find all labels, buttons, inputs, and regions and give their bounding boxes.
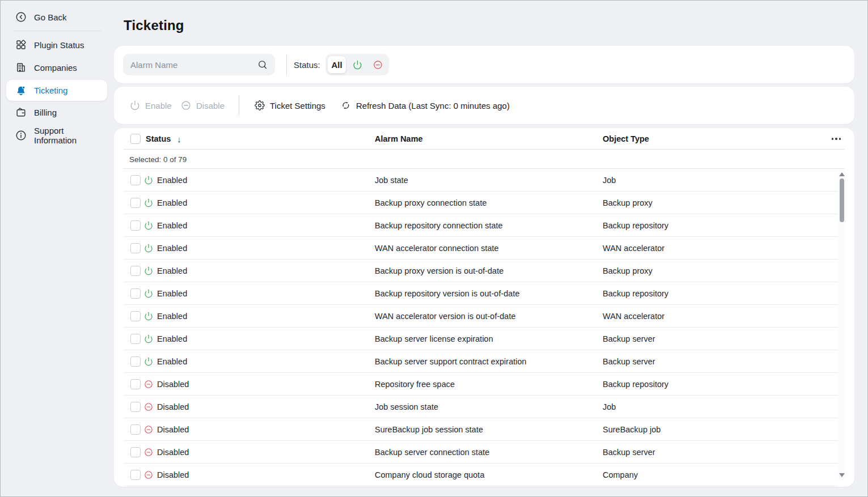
enabled-power-icon <box>144 334 153 343</box>
table-row[interactable]: Enabled Backup repository version is out… <box>114 282 854 305</box>
table-row[interactable]: Enabled Backup repository connection sta… <box>114 214 854 237</box>
object-type-cell: Backup server <box>603 350 655 373</box>
status-filter-all[interactable]: All <box>327 56 346 74</box>
status-cell: Enabled <box>157 192 187 214</box>
search-icon[interactable] <box>257 60 268 70</box>
enable-button-label: Enable <box>145 101 172 111</box>
table-row[interactable]: Disabled Job session state Job <box>114 396 854 418</box>
sidebar-item-label: Companies <box>34 63 77 73</box>
table-row[interactable]: Enabled Backup proxy connection state Ba… <box>114 192 854 214</box>
sort-descending-icon[interactable]: ↓ <box>177 134 181 144</box>
status-cell: Enabled <box>157 237 187 260</box>
sidebar-item-label: Billing <box>34 108 57 117</box>
status-cell: Enabled <box>157 169 187 192</box>
scrollbar-thumb[interactable] <box>840 179 844 222</box>
table-row[interactable]: Enabled Backup server license expiration… <box>114 328 854 350</box>
object-type-cell: Job <box>603 169 616 192</box>
status-cell: Disabled <box>157 373 189 396</box>
alarm-name-cell: Company cloud storage quota <box>375 464 484 486</box>
row-checkbox[interactable] <box>130 288 141 299</box>
selection-summary: Selected: 0 of 79 <box>114 150 854 169</box>
scroll-down-arrow-icon[interactable] <box>839 473 845 477</box>
filter-divider <box>286 54 287 75</box>
alarm-name-cell: Backup server connection state <box>375 441 489 464</box>
table-row[interactable]: Enabled Backup proxy version is out-of-d… <box>114 260 854 282</box>
scroll-up-arrow-icon[interactable] <box>839 172 845 176</box>
alarm-name-cell: Backup repository version is out-of-date <box>375 282 520 305</box>
alarm-name-cell: Repository free space <box>375 373 455 396</box>
ticket-settings-button[interactable]: Ticket Settings <box>255 87 325 124</box>
row-checkbox[interactable] <box>130 356 141 367</box>
object-type-cell: Job <box>603 396 616 418</box>
alarm-name-cell: Backup repository connection state <box>375 214 503 237</box>
row-checkbox[interactable] <box>130 379 141 389</box>
more-options-icon[interactable] <box>832 128 841 150</box>
status-cell: Enabled <box>157 350 187 373</box>
object-type-cell: WAN accelerator <box>603 237 664 260</box>
status-filter-disabled[interactable] <box>368 56 387 74</box>
status-cell: Enabled <box>157 328 187 350</box>
sidebar-item-companies[interactable]: Companies <box>6 57 107 78</box>
alarm-name-cell: Job session state <box>375 396 438 418</box>
column-header-object-type[interactable]: Object Type <box>603 128 649 150</box>
row-checkbox[interactable] <box>130 470 141 480</box>
table-row[interactable]: Enabled Job state Job <box>114 169 854 192</box>
row-checkbox[interactable] <box>130 424 141 435</box>
select-all-checkbox[interactable] <box>130 134 141 144</box>
table-header: Status ↓ Alarm Name Object Type <box>114 128 854 150</box>
column-header-alarm-name[interactable]: Alarm Name <box>375 128 423 150</box>
alarm-name-cell: Backup server support contract expiratio… <box>375 350 527 373</box>
object-type-cell: Backup server <box>603 441 655 464</box>
disable-button[interactable]: Disable <box>181 87 225 124</box>
row-checkbox[interactable] <box>130 198 141 208</box>
ticket-settings-label: Ticket Settings <box>270 101 325 111</box>
enable-button[interactable]: Enable <box>130 87 172 124</box>
table-row[interactable]: Disabled Company cloud storage quota Com… <box>114 464 854 486</box>
table-row[interactable]: Enabled Backup server support contract e… <box>114 350 854 373</box>
alarm-name-search-input[interactable] <box>123 54 257 75</box>
sidebar-item-plugin-status[interactable]: Plugin Status <box>6 35 107 55</box>
column-header-status[interactable]: Status ↓ <box>146 128 181 150</box>
widgets-icon <box>15 39 27 50</box>
sidebar-item-label: Plugin Status <box>34 40 84 50</box>
row-checkbox[interactable] <box>130 311 141 321</box>
status-filter-segmented: All <box>325 54 389 75</box>
refresh-button[interactable]: Refresh Data (Last Sync: 0 minutes ago) <box>341 87 510 124</box>
sidebar-item-support-information[interactable]: Support Information <box>6 125 107 146</box>
row-checkbox[interactable] <box>130 266 141 276</box>
table-scrollbar[interactable] <box>838 169 846 480</box>
row-checkbox[interactable] <box>130 402 141 412</box>
sidebar-item-billing[interactable]: Billing <box>6 102 107 122</box>
disabled-minus-icon <box>144 380 153 389</box>
status-filter-enabled[interactable] <box>348 56 367 74</box>
alarm-name-cell: Backup proxy version is out-of-date <box>375 260 503 282</box>
alarm-name-cell: WAN accelerator connection state <box>375 237 499 260</box>
enabled-power-icon <box>144 312 153 321</box>
sidebar-item-ticketing[interactable]: Ticketing <box>6 80 107 101</box>
info-icon <box>15 130 27 141</box>
row-checkbox[interactable] <box>130 334 141 344</box>
table-row[interactable]: Enabled WAN accelerator version is out-o… <box>114 305 854 328</box>
page-title: Ticketing <box>124 18 184 33</box>
table-body: Enabled Job state Job Enabled Backup pro… <box>114 169 854 486</box>
search-box[interactable] <box>123 54 275 75</box>
table-row[interactable]: Disabled Repository free space Backup re… <box>114 373 854 396</box>
disable-button-label: Disable <box>196 101 225 111</box>
row-checkbox[interactable] <box>130 447 141 457</box>
minus-circle-icon <box>181 100 191 111</box>
gear-icon <box>255 100 265 111</box>
wallet-icon <box>15 107 27 118</box>
app-window: Go Back Plugin Status Companies <box>0 0 868 497</box>
row-checkbox[interactable] <box>130 175 141 185</box>
row-checkbox[interactable] <box>130 243 141 253</box>
status-cell: Enabled <box>157 214 187 237</box>
table-row[interactable]: Disabled Backup server connection state … <box>114 441 854 464</box>
power-icon <box>353 60 362 70</box>
filter-bar: Status: All <box>114 46 854 83</box>
enabled-power-icon <box>144 221 153 230</box>
table-row[interactable]: Disabled SureBackup job session state Su… <box>114 418 854 441</box>
row-checkbox[interactable] <box>130 220 141 231</box>
minus-circle-icon <box>373 60 383 70</box>
go-back-button[interactable]: Go Back <box>6 7 107 27</box>
table-row[interactable]: Enabled WAN accelerator connection state… <box>114 237 854 260</box>
